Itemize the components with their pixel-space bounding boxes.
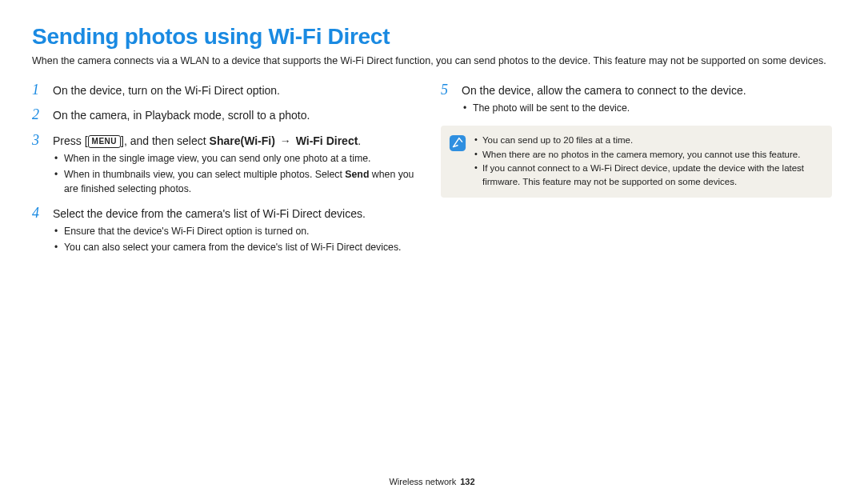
step-text: Press [MENU], and then select Share(Wi-F…	[53, 134, 361, 150]
step-text: On the device, allow the camera to conne…	[462, 83, 746, 99]
step-text: On the device, turn on the Wi-Fi Direct …	[53, 83, 280, 99]
page-number: 132	[460, 477, 474, 486]
left-column: 1 On the device, turn on the Wi-Fi Direc…	[32, 82, 423, 264]
text-fragment: .	[358, 134, 361, 147]
step-text: On the camera, in Playback mode, scroll …	[53, 108, 310, 124]
step-number: 4	[32, 205, 45, 222]
step-number: 5	[441, 82, 454, 98]
note-list: You can send up to 20 files at a time. W…	[474, 134, 822, 190]
text-fragment: When in thumbnails view, you can select …	[64, 169, 345, 180]
step-number: 1	[32, 82, 45, 98]
text-fragment: Press [	[53, 134, 88, 147]
list-item: Ensure that the device's Wi-Fi Direct op…	[54, 225, 423, 239]
list-item: The photo will be sent to the device.	[463, 102, 832, 116]
intro-paragraph: When the camera connects via a WLAN to a…	[32, 54, 832, 69]
step-number: 3	[32, 132, 45, 149]
bold-text: Wi-Fi Direct	[296, 134, 358, 147]
list-item: When in thumbnails view, you can select …	[54, 168, 423, 197]
list-item: If you cannot connect to a Wi-Fi Direct …	[474, 162, 822, 188]
page-title: Sending photos using Wi-Fi Direct	[32, 24, 832, 50]
arrow-icon: →	[278, 134, 293, 150]
step-number: 2	[32, 106, 45, 123]
text-fragment: ], and then select	[121, 134, 210, 147]
footer-section: Wireless network	[389, 477, 456, 486]
step-5: 5 On the device, allow the camera to con…	[441, 82, 832, 116]
step-sub-list: When in the single image view, you can s…	[54, 152, 423, 196]
step-1: 1 On the device, turn on the Wi-Fi Direc…	[32, 82, 423, 99]
step-sub-list: The photo will be sent to the device.	[463, 102, 832, 116]
svg-rect-0	[450, 135, 466, 151]
list-item: When in the single image view, you can s…	[54, 152, 423, 166]
step-text: Select the device from the camera's list…	[53, 206, 366, 222]
menu-button-label: MENU	[88, 135, 121, 148]
list-item: When there are no photos in the camera m…	[474, 148, 822, 162]
step-2: 2 On the camera, in Playback mode, scrol…	[32, 106, 423, 124]
step-sub-list: Ensure that the device's Wi-Fi Direct op…	[54, 225, 423, 255]
note-box: You can send up to 20 files at a time. W…	[441, 126, 832, 198]
bold-text: Send	[345, 169, 369, 180]
right-column: 5 On the device, allow the camera to con…	[441, 82, 832, 264]
content-columns: 1 On the device, turn on the Wi-Fi Direc…	[32, 82, 832, 264]
list-item: You can send up to 20 files at a time.	[474, 134, 822, 147]
list-item: You can also select your camera from the…	[54, 241, 423, 255]
step-3: 3 Press [MENU], and then select Share(Wi…	[32, 132, 423, 197]
step-4: 4 Select the device from the camera's li…	[32, 205, 423, 255]
bold-text: Share(Wi-Fi)	[210, 134, 275, 147]
note-icon	[449, 134, 466, 152]
page-footer: Wireless network132	[0, 477, 864, 486]
